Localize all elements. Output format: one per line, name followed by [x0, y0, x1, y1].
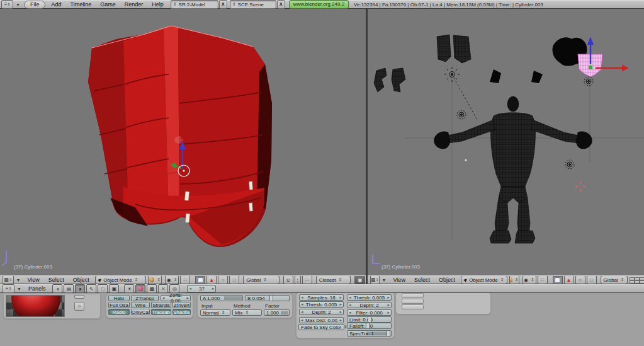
falloff-slider[interactable]: Falloff: 1.0 — [347, 323, 392, 329]
menu-add[interactable]: Add — [47, 1, 65, 8]
toggle-strands[interactable]: Strands — [151, 302, 171, 308]
editor-type-3dview-button[interactable]: ▦⇕ — [370, 275, 380, 284]
scene-close-button[interactable]: X — [277, 0, 285, 9]
layer-buttons-group-1[interactable] — [630, 277, 644, 284]
manipulator-toggle-button[interactable] — [195, 275, 205, 284]
menu-timeline[interactable]: Timeline — [65, 1, 96, 8]
ray-transp-thresh-field[interactable]: ◂Thresh: 0.005▸ — [347, 294, 392, 301]
header-collapse-icon[interactable]: ▼ — [16, 3, 20, 7]
pivot-dropdown[interactable]: ◉⇕ — [523, 275, 536, 284]
menu-file[interactable]: File — [24, 1, 46, 9]
ray-mirror-thresh-field[interactable]: ◂Thresh: 0.005▸ — [299, 301, 344, 308]
editor-type-buttons-button[interactable]: ≡⇕ — [3, 284, 14, 293]
snap-peel-button[interactable]: ¦ — [295, 275, 301, 284]
fade-to-dropdown[interactable]: Fade to Sky Color ⇕ — [298, 324, 344, 330]
snap-element-button[interactable]: ∴ — [302, 275, 312, 284]
toggle-ztransp[interactable]: ZTransp — [131, 295, 159, 301]
menu-select[interactable]: Select — [44, 277, 69, 283]
manipulator-rotate-button[interactable]: ○ — [218, 275, 228, 284]
ramp-slider-b[interactable]: B 0.054 — [245, 295, 290, 301]
screen-close-button[interactable]: X — [219, 0, 227, 9]
scene-context-button[interactable]: ▣ — [109, 284, 119, 293]
scene-selector[interactable]: ⇕ SCE:Scene — [230, 0, 276, 9]
manipulator-rotate-button[interactable]: ○ — [575, 275, 585, 284]
pivot-dropdown[interactable]: ◉⇕ — [165, 275, 179, 284]
editor-type-3dview-button[interactable]: ▦⇕ — [3, 275, 14, 284]
object-context-button[interactable]: ↖ — [86, 284, 96, 293]
shading-context-button[interactable]: ● — [75, 284, 85, 293]
snap-grid-button[interactable]: ∷ — [180, 275, 190, 284]
3d-viewport-left[interactable]: (37) Cylinder.003 — [0, 9, 366, 275]
mode-dropdown[interactable]: ▶ Object Mode ⇕ — [95, 275, 146, 284]
frame-number-field[interactable]: ◂ 37 ▸ — [187, 285, 216, 292]
toggle-radio[interactable]: Radio — [108, 309, 130, 315]
toggle-halo[interactable]: Halo — [108, 295, 130, 301]
manipulator-scale-button[interactable]: □ — [229, 275, 239, 284]
preview-type-sphere-button[interactable]: ○ — [74, 302, 84, 311]
draw-type-dropdown[interactable]: ⇕ — [509, 275, 519, 284]
ray-transp-depth-field[interactable]: ◂Depth: 2▸ — [347, 302, 392, 308]
menu-panels[interactable]: Panels — [24, 285, 50, 292]
orientation-dropdown[interactable]: Global ⇕ — [243, 275, 280, 284]
toggle-traceable[interactable]: Traceable — [151, 309, 171, 315]
menu-select[interactable]: Select — [410, 277, 434, 283]
orientation-dropdown[interactable]: Global ⇕ — [601, 275, 628, 284]
script-context-button[interactable]: ▤ — [64, 284, 74, 293]
version-button[interactable]: www.blender.org 249.2 — [289, 0, 349, 9]
menu-view[interactable]: View — [23, 277, 43, 283]
snap-mode-dropdown[interactable]: Closest ⇕ — [316, 275, 351, 284]
material-subcontext-button[interactable] — [135, 284, 145, 293]
snap-magnet-button[interactable]: ∪ — [283, 275, 293, 284]
preview-panel: ○ — [3, 294, 101, 319]
world-subcontext-button[interactable]: ◎ — [169, 284, 179, 293]
zoffs-field[interactable]: ◂ Zoffs: 0.00 ▸ — [161, 295, 191, 301]
render-preview-button[interactable]: ▣ — [354, 275, 365, 284]
preview-type-button-clipped[interactable] — [74, 295, 84, 299]
ray-mirror-depth-field[interactable]: ◂Depth: 2▸ — [299, 309, 344, 315]
menu-render[interactable]: Render — [120, 1, 148, 8]
manipulator-scale-button[interactable]: □ — [587, 275, 597, 284]
manipulator-translate-button[interactable]: ▲ — [564, 275, 574, 284]
manipulator-translate-button[interactable]: ▲ — [206, 275, 217, 284]
header-collapse-icon[interactable]: ▼ — [382, 278, 387, 282]
manipulator-toggle-button[interactable] — [553, 275, 563, 284]
toggle-zinvert[interactable]: ZInvert — [172, 302, 191, 308]
3d-viewport-right[interactable]: (37) Cylinder.003 — [368, 9, 644, 275]
texture-subcontext-button[interactable]: ▩ — [147, 284, 157, 293]
toggle-wire[interactable]: Wire — [131, 302, 150, 308]
header-collapse-icon[interactable]: ▼ — [17, 287, 21, 291]
toggle-full-osa[interactable]: Full Osa — [108, 302, 130, 308]
toggle-shadbuf[interactable]: Shadbuf — [172, 309, 191, 315]
filter-value: Filter: 0.000 — [351, 310, 388, 316]
screen-selector[interactable]: ⇕ SR:2-Model — [171, 0, 218, 9]
menu-object[interactable]: Object — [69, 277, 94, 283]
spectra-slider[interactable]: SpecTra: 1 — [347, 330, 392, 337]
collapsed-panel-tab-3[interactable] — [402, 304, 424, 309]
ramp-slider-a[interactable]: A 1.000 — [200, 295, 243, 301]
limit-slider[interactable]: Limit: 0.00 — [347, 316, 392, 323]
collapsed-panel-tab-1[interactable] — [402, 293, 424, 298]
editor-type-info-button[interactable]: ≡⇕ — [1, 0, 13, 9]
editing-context-button[interactable]: □ — [98, 284, 108, 293]
collapsed-panel-tab-2[interactable] — [402, 299, 424, 304]
menu-help[interactable]: Help — [147, 1, 168, 8]
mode-dropdown[interactable]: ▶ Object Mode ⇕ — [461, 275, 507, 284]
header-collapse-icon[interactable]: ▼ — [16, 278, 21, 282]
snap-grid-button[interactable]: ∷ — [538, 275, 548, 284]
factor-slider[interactable]: 1.000 — [264, 309, 290, 316]
method-dropdown[interactable]: Mix ⇕ — [232, 309, 262, 316]
hand-icon — [198, 277, 203, 283]
max-dist-field[interactable]: ◂Max Dist: 0.00▸ — [299, 317, 344, 323]
menu-game[interactable]: Game — [96, 1, 120, 8]
toggle-onlycast[interactable]: OnlyCast — [131, 309, 150, 315]
filter-field[interactable]: ◂Filter: 0.000▸ — [347, 309, 392, 316]
updown-arrows-icon: ⇕ — [174, 277, 178, 282]
radiosity-subcontext-button[interactable]: ✕ — [158, 284, 168, 293]
lamp-subcontext-button[interactable]: ☀ — [124, 284, 134, 293]
input-dropdown[interactable]: Normal ⇕ — [200, 309, 230, 316]
menu-object[interactable]: Object — [434, 277, 460, 283]
draw-type-dropdown[interactable]: ⇕ — [148, 275, 162, 284]
ray-mirror-samples-field[interactable]: ◂Samples: 18▸ — [299, 294, 344, 301]
logic-context-button[interactable]: ◑ — [52, 284, 62, 293]
menu-view[interactable]: View — [389, 277, 410, 283]
